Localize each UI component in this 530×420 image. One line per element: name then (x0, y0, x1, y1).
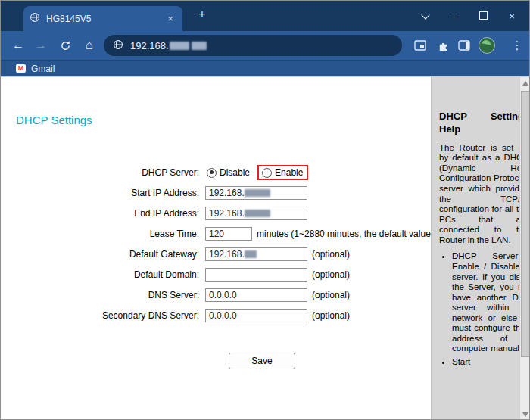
end-ip-value: 192.168. (209, 208, 245, 219)
gmail-icon: M (16, 64, 26, 73)
scroll-up-icon[interactable] (522, 81, 528, 86)
secondary-dns-row: Secondary DNS Server: 0.0.0.0 (optional) (1, 308, 431, 323)
page-title: DHCP Settings (16, 114, 92, 126)
default-domain-row: Default Domain: (optional) (1, 267, 431, 282)
lease-time-label: Lease Time: (1, 229, 199, 239)
window-controls: – × (411, 1, 526, 31)
vertical-scrollbar[interactable] (519, 77, 530, 420)
scrollbar-thumb[interactable] (521, 91, 530, 357)
dns-server-label: DNS Server: (1, 290, 199, 300)
scroll-down-icon[interactable] (522, 412, 528, 417)
help-title: DHCP Setting Help (439, 110, 519, 136)
dhcp-enable-label: Enable (275, 167, 303, 178)
address-bar[interactable]: 192.168. (104, 35, 402, 56)
end-ip-row: End IP Address: 192.168. (1, 206, 431, 221)
optional-hint: (optional) (312, 290, 350, 300)
default-gateway-row: Default Gateway: 192.168. (optional) (1, 247, 431, 262)
lease-time-value: 120 (209, 229, 224, 239)
dhcp-settings-main: DHCP Settings DHCP Server: Disable Enabl… (1, 77, 431, 420)
help-item-dhcp-server: DHCP Server - Enable / Disable the serve… (452, 251, 519, 354)
default-gateway-value: 192.168. (209, 249, 245, 260)
new-tab-button[interactable]: + (195, 8, 210, 21)
dhcp-disable-label: Disable (220, 167, 250, 178)
default-domain-label: Default Domain: (1, 269, 199, 280)
dhcp-server-row: DHCP Server: Disable Enable (1, 165, 431, 180)
bookmarks-bar: M Gmail (1, 60, 529, 76)
secondary-dns-input[interactable]: 0.0.0.0 (205, 309, 307, 322)
dhcp-enable-radio[interactable] (262, 168, 272, 178)
default-gateway-label: Default Gateway: (1, 249, 199, 260)
reload-icon[interactable] (54, 31, 76, 60)
default-domain-input[interactable] (205, 268, 307, 282)
help-content: DHCP Setting Help The Router is set up b… (432, 77, 519, 368)
browser-window: HG8145V5 × + – × ← → ⌂ 192.168. (0, 0, 530, 420)
menu-kebab-icon[interactable]: ⋮ (507, 31, 528, 60)
start-ip-value: 192.168. (209, 188, 245, 198)
start-ip-row: Start IP Address: 192.168. (1, 185, 431, 201)
end-ip-input[interactable]: 192.168. (205, 207, 307, 220)
lease-time-row: Lease Time: 120 minutes (1~2880 minutes,… (1, 226, 431, 241)
title-bar: HG8145V5 × + – × (1, 1, 529, 31)
back-icon[interactable]: ← (7, 31, 30, 60)
home-icon[interactable]: ⌂ (78, 31, 101, 60)
dhcp-form: DHCP Server: Disable Enable Start IP Add… (1, 165, 431, 328)
tab-close-icon[interactable]: × (164, 13, 176, 24)
extensions-puzzle-icon[interactable] (432, 31, 454, 60)
end-ip-label: End IP Address: (1, 208, 199, 219)
help-panel: DHCP Setting Help The Router is set up b… (431, 77, 519, 420)
optional-hint: (optional) (312, 249, 350, 260)
redaction-mask (192, 42, 207, 50)
secondary-dns-value: 0.0.0.0 (209, 310, 237, 321)
dhcp-disable-radio[interactable] (207, 168, 217, 178)
save-button[interactable]: Save (229, 353, 295, 369)
profile-avatar[interactable] (476, 31, 497, 60)
dns-server-input[interactable]: 0.0.0.0 (205, 288, 307, 302)
site-globe-icon (113, 39, 123, 52)
browser-toolbar: ← → ⌂ 192.168. ⋮ (1, 31, 529, 60)
lease-time-hint: minutes (1~2880 minutes, the default val… (257, 229, 431, 239)
enable-highlight-box: Enable (257, 165, 308, 180)
dhcp-server-label: DHCP Server: (1, 167, 199, 178)
router-settings-page: DHCP Settings DHCP Server: Disable Enabl… (1, 76, 529, 420)
redaction-mask (245, 250, 257, 258)
dns-server-value: 0.0.0.0 (209, 290, 237, 300)
close-button[interactable]: × (497, 11, 526, 22)
minimize-button[interactable]: – (440, 11, 469, 22)
help-intro: The Router is set up by default as a DHC… (439, 143, 519, 246)
help-item-start: Start (452, 357, 519, 368)
optional-hint: (optional) (312, 310, 350, 321)
maximize-button[interactable] (469, 11, 497, 22)
secondary-dns-label: Secondary DNS Server: (1, 310, 199, 321)
redaction-mask (245, 210, 270, 217)
start-ip-label: Start IP Address: (1, 188, 199, 198)
dns-server-row: DNS Server: 0.0.0.0 (optional) (1, 288, 431, 303)
start-ip-input[interactable]: 192.168. (205, 186, 307, 200)
address-url-text: 192.168. (130, 40, 169, 51)
tab-title: HG8145V5 (46, 14, 164, 24)
bookmark-gmail[interactable]: Gmail (31, 64, 55, 74)
tab-search-chevron-icon[interactable] (411, 11, 440, 22)
lease-time-input[interactable]: 120 (205, 227, 252, 241)
help-list: DHCP Server - Enable / Disable the serve… (439, 251, 519, 367)
side-panel-icon[interactable] (454, 31, 475, 60)
optional-hint: (optional) (312, 269, 350, 280)
cast-icon[interactable] (410, 31, 431, 60)
default-gateway-input[interactable]: 192.168. (205, 247, 307, 261)
forward-icon[interactable]: → (30, 31, 52, 60)
redaction-mask (245, 189, 270, 197)
tab-favicon-globe-icon (30, 12, 40, 26)
redaction-mask (170, 42, 189, 50)
browser-tab[interactable]: HG8145V5 × (23, 6, 182, 31)
